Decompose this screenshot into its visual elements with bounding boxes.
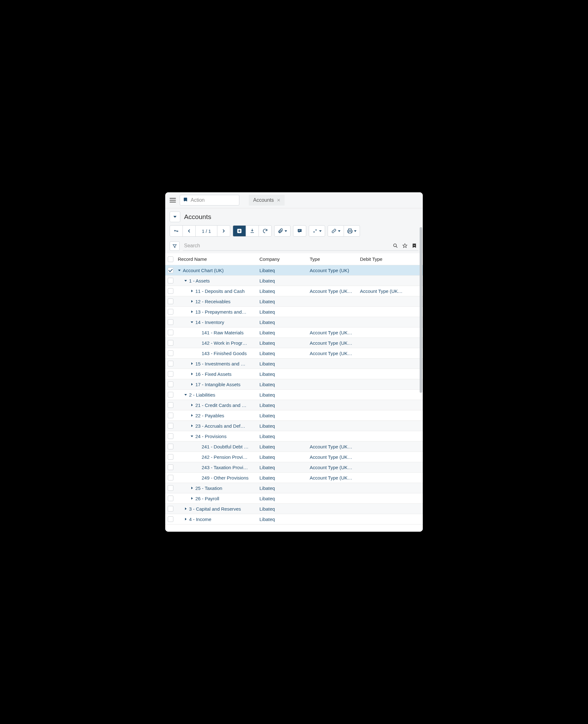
table-row[interactable]: 17 - Intangible AssetsLibateq (165, 379, 423, 390)
tree-toggle-icon[interactable] (190, 361, 194, 366)
debit-cell[interactable] (358, 269, 423, 271)
table-row[interactable]: 22 - PayablesLibateq (165, 410, 423, 421)
tree-toggle-icon[interactable] (184, 506, 188, 511)
row-checkbox[interactable] (168, 340, 173, 346)
page-indicator[interactable]: 1 / 1 (195, 225, 217, 236)
company-cell[interactable]: Libateq (257, 505, 308, 513)
row-checkbox[interactable] (168, 381, 173, 387)
type-cell[interactable]: Account Type (UK… (308, 349, 358, 357)
record-name-cell[interactable]: 12 - Receivables (176, 299, 257, 304)
type-cell[interactable]: Account Type (UK… (308, 474, 358, 482)
company-cell[interactable]: Libateq (257, 515, 308, 523)
company-cell[interactable]: Libateq (257, 277, 308, 285)
table-row[interactable]: 2 - LiabilitiesLibateq (165, 390, 423, 400)
debit-cell[interactable] (358, 518, 423, 520)
record-name-cell[interactable]: 249 - Other Provisions (176, 475, 257, 480)
record-name-cell[interactable]: 17 - Intangible Assets (176, 382, 257, 387)
company-cell[interactable]: Libateq (257, 495, 308, 502)
company-cell[interactable]: Libateq (257, 380, 308, 388)
type-cell[interactable] (308, 508, 358, 510)
table-row[interactable]: 25 - TaxationLibateq (165, 483, 423, 493)
prev-page-button[interactable] (183, 225, 196, 236)
debit-cell[interactable] (358, 383, 423, 386)
debit-cell[interactable] (358, 331, 423, 334)
tree-toggle-icon[interactable] (190, 320, 194, 324)
row-checkbox[interactable] (168, 402, 173, 408)
action-input[interactable] (191, 197, 236, 203)
tree-toggle-icon[interactable] (190, 423, 194, 428)
table-row[interactable]: 13 - Prepayments and…Libateq (165, 307, 423, 317)
type-cell[interactable]: Account Type (UK) (308, 267, 358, 274)
download-button[interactable] (246, 225, 259, 236)
view-dropdown-button[interactable] (170, 211, 180, 222)
table-row[interactable]: 24 - ProvisionsLibateq (165, 431, 423, 441)
company-cell[interactable]: Libateq (257, 360, 308, 368)
type-cell[interactable] (308, 435, 358, 437)
tree-toggle-icon[interactable] (184, 392, 188, 397)
debit-cell[interactable] (358, 373, 423, 375)
debit-cell[interactable] (358, 310, 423, 313)
row-checkbox[interactable] (168, 413, 173, 418)
tree-toggle-icon[interactable] (190, 496, 194, 501)
table-row[interactable]: 1 - AssetsLibateq (165, 275, 423, 286)
tree-toggle-icon[interactable] (184, 278, 188, 283)
record-name-cell[interactable]: 14 - Inventory (176, 319, 257, 325)
row-checkbox[interactable] (168, 444, 173, 449)
debit-cell[interactable] (358, 466, 423, 469)
debit-cell[interactable] (358, 362, 423, 365)
row-checkbox[interactable] (168, 371, 173, 377)
table-row[interactable]: 143 - Finished GoodsLibateqAccount Type … (165, 348, 423, 358)
company-cell[interactable]: Libateq (257, 318, 308, 326)
tree-toggle-icon[interactable] (190, 372, 194, 376)
debit-cell[interactable] (358, 342, 423, 344)
company-cell[interactable]: Libateq (257, 422, 308, 430)
table-row[interactable]: 15 - Investments and …Libateq (165, 358, 423, 369)
type-cell[interactable] (308, 414, 358, 417)
debit-cell[interactable] (358, 487, 423, 489)
search-icon[interactable] (393, 243, 398, 249)
debit-cell[interactable] (358, 321, 423, 323)
tree-toggle-icon[interactable] (184, 517, 188, 521)
company-cell[interactable]: Libateq (257, 339, 308, 347)
record-name-cell[interactable]: 1 - Assets (176, 278, 257, 284)
record-name-cell[interactable]: 143 - Finished Goods (176, 351, 257, 356)
type-cell[interactable] (308, 487, 358, 489)
table-row[interactable]: 241 - Doubtful Debt …LibateqAccount Type… (165, 441, 423, 452)
company-cell[interactable]: Libateq (257, 297, 308, 306)
table-row[interactable]: 242 - Pension Provi…LibateqAccount Type … (165, 452, 423, 462)
record-name-cell[interactable]: 21 - Credit Cards and … (176, 402, 257, 408)
record-name-cell[interactable]: 11 - Deposits and Cash (176, 288, 257, 294)
scrollbar-thumb[interactable] (420, 227, 422, 393)
company-cell[interactable]: Libateq (257, 443, 308, 451)
row-checkbox[interactable] (168, 516, 173, 522)
company-cell[interactable]: Libateq (257, 463, 308, 471)
record-name-cell[interactable]: 26 - Payroll (176, 496, 257, 501)
company-cell[interactable]: Libateq (257, 453, 308, 461)
tree-toggle-icon[interactable] (190, 486, 194, 490)
record-name-cell[interactable]: 241 - Doubtful Debt … (176, 444, 257, 449)
table-row[interactable]: 142 - Work in Progr…LibateqAccount Type … (165, 338, 423, 348)
record-name-cell[interactable]: 23 - Accruals and Def… (176, 423, 257, 429)
debit-cell[interactable] (358, 404, 423, 406)
debit-cell[interactable] (358, 497, 423, 500)
debit-cell[interactable]: Account Type (UK… (358, 287, 423, 295)
type-cell[interactable]: Account Type (UK… (308, 463, 358, 471)
type-cell[interactable] (308, 425, 358, 427)
company-cell[interactable]: Libateq (257, 349, 308, 357)
search-input[interactable] (183, 241, 393, 250)
table-row[interactable]: 249 - Other ProvisionsLibateqAccount Typ… (165, 473, 423, 483)
row-checkbox[interactable] (168, 423, 173, 429)
company-cell[interactable]: Libateq (257, 391, 308, 399)
type-cell[interactable] (308, 497, 358, 500)
row-checkbox[interactable] (168, 319, 173, 325)
refresh-button[interactable] (258, 225, 272, 236)
company-cell[interactable]: Libateq (257, 412, 308, 419)
type-cell[interactable] (308, 383, 358, 386)
debit-cell[interactable] (358, 508, 423, 510)
type-cell[interactable]: Account Type (UK… (308, 453, 358, 461)
debit-cell[interactable] (358, 414, 423, 417)
row-checkbox[interactable] (168, 350, 173, 356)
row-checkbox[interactable] (168, 454, 173, 460)
menu-icon[interactable] (169, 196, 176, 204)
company-cell[interactable]: Libateq (257, 287, 308, 295)
